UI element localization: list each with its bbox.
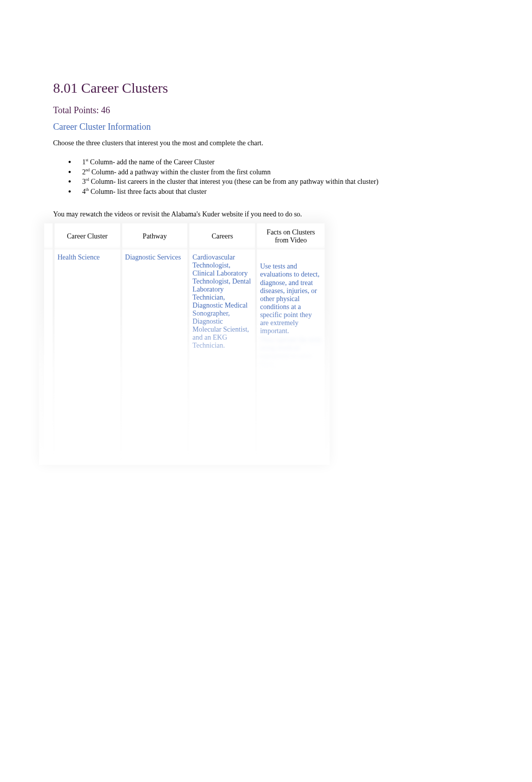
section-heading: Career Cluster Information xyxy=(53,122,479,132)
list-item: 1st Column- add the name of the Career C… xyxy=(68,157,479,167)
total-points: Total Points: 46 xyxy=(53,105,479,116)
page-title: 8.01 Career Clusters xyxy=(53,80,479,96)
table-header-row: Career Cluster Pathway Careers Facts on … xyxy=(44,223,325,249)
bullet-prefix: 3 xyxy=(82,178,86,185)
rewatch-note: You may rewatch the videos or revisit th… xyxy=(53,210,479,218)
ordinal-suffix: rd xyxy=(86,178,89,182)
header-career-cluster: Career Cluster xyxy=(55,223,122,249)
facts-visible-text: Use tests and evaluations to detect, dia… xyxy=(260,263,322,335)
bullet-prefix: 2 xyxy=(82,168,86,176)
spacer-cell xyxy=(44,223,55,249)
chart-wrapper: Career Cluster Pathway Careers Facts on … xyxy=(44,223,325,460)
cell-pathway: Diagnostic Services xyxy=(122,249,190,460)
bullet-prefix: 4 xyxy=(82,188,86,195)
list-item: 4th Column- list three facts about that … xyxy=(68,187,479,197)
header-facts: Facts on Clusters from Video xyxy=(257,223,325,249)
ordinal-suffix: nd xyxy=(86,168,90,172)
cell-facts: Use tests and evaluations to detect, dia… xyxy=(257,249,325,460)
bullet-text: Column- add the name of the Career Clust… xyxy=(88,158,214,166)
header-pathway: Pathway xyxy=(122,223,190,249)
facts-blurred-text: They operate the tests using medical equ… xyxy=(260,336,322,368)
bullet-text: Column- add a pathway within the cluster… xyxy=(90,168,271,176)
list-item: 3rd Column- list careers in the cluster … xyxy=(68,177,479,187)
cell-careers: Cardiovascular Technologist, Clinical La… xyxy=(189,249,257,460)
bullet-text: Column- list three facts about that clus… xyxy=(89,188,206,195)
instruction-text: Choose the three clusters that interest … xyxy=(53,139,479,147)
list-item: 2nd Column- add a pathway within the clu… xyxy=(68,167,479,177)
bullet-prefix: 1 xyxy=(82,158,86,166)
table-row: Health Science Diagnostic Services Cardi… xyxy=(44,249,325,460)
cell-career-cluster: Health Science xyxy=(55,249,122,460)
header-careers: Careers xyxy=(189,223,257,249)
bullet-text: Column- list careers in the cluster that… xyxy=(89,178,379,185)
column-instructions-list: 1st Column- add the name of the Career C… xyxy=(53,157,479,196)
spacer-cell xyxy=(44,249,55,460)
career-cluster-table: Career Cluster Pathway Careers Facts on … xyxy=(44,223,325,460)
